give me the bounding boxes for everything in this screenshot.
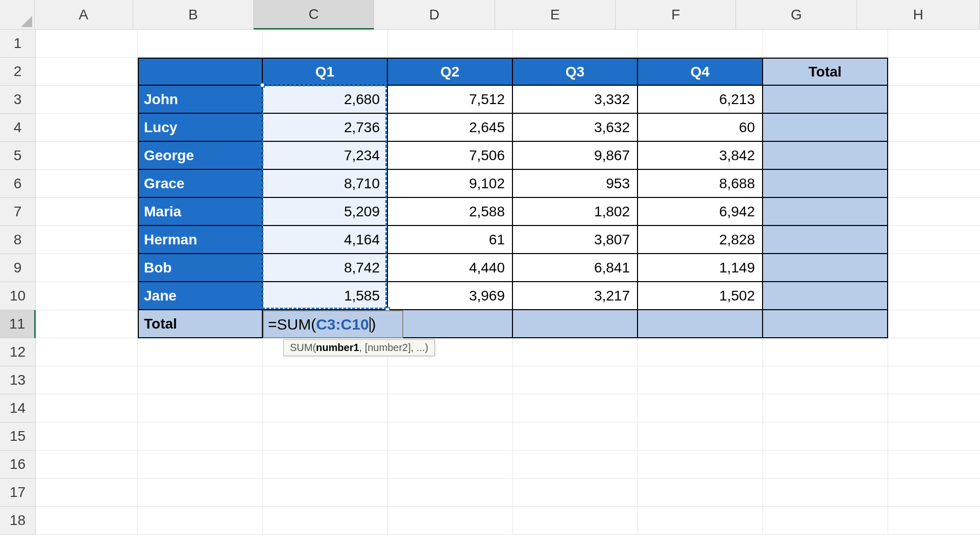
- col-header-C[interactable]: C: [254, 0, 374, 30]
- cell-A6[interactable]: [36, 170, 138, 198]
- cell-G14[interactable]: [763, 394, 888, 422]
- data-cell[interactable]: 7,506: [388, 142, 513, 170]
- row-name-George[interactable]: George: [138, 142, 263, 170]
- cell-G18[interactable]: [763, 507, 888, 535]
- cell-H3[interactable]: [888, 86, 980, 114]
- row-header-3[interactable]: 3: [0, 86, 36, 114]
- col-header-B[interactable]: B: [133, 0, 254, 30]
- row-total-cell[interactable]: [763, 254, 888, 282]
- col-header-E[interactable]: E: [495, 0, 616, 30]
- cell-A17[interactable]: [36, 479, 138, 507]
- total-row-label[interactable]: Total: [138, 310, 263, 338]
- cell-C16[interactable]: [263, 450, 388, 479]
- cell-A3[interactable]: [36, 86, 138, 114]
- cell-A11[interactable]: [36, 310, 138, 338]
- cell-H5[interactable]: [888, 142, 980, 170]
- data-cell[interactable]: 8,710: [263, 170, 388, 198]
- row-header-15[interactable]: 15: [0, 422, 36, 450]
- cell-A18[interactable]: [36, 507, 138, 535]
- col-header-D[interactable]: D: [374, 0, 495, 30]
- data-cell[interactable]: 60: [638, 114, 763, 142]
- cell-B13[interactable]: [138, 366, 263, 394]
- cell-G1[interactable]: [763, 30, 888, 58]
- row-name-John[interactable]: John: [138, 86, 263, 114]
- cell-B1[interactable]: [138, 30, 263, 58]
- cell-H10[interactable]: [888, 282, 980, 310]
- cell-A8[interactable]: [36, 226, 138, 254]
- data-cell[interactable]: 953: [513, 170, 638, 198]
- table-header-Q3[interactable]: Q3: [513, 58, 638, 86]
- row-header-9[interactable]: 9: [0, 254, 36, 282]
- cell-G15[interactable]: [763, 422, 888, 450]
- data-cell[interactable]: 2,736: [263, 114, 388, 142]
- row-header-2[interactable]: 2: [0, 58, 36, 86]
- cell-G13[interactable]: [763, 366, 888, 394]
- data-cell[interactable]: 9,867: [513, 142, 638, 170]
- cell-H4[interactable]: [888, 114, 980, 142]
- select-all-corner[interactable]: [0, 0, 35, 30]
- cell-A13[interactable]: [36, 366, 138, 394]
- row-total-cell[interactable]: [763, 282, 888, 310]
- table-header-Q1[interactable]: Q1: [263, 58, 388, 86]
- data-cell[interactable]: 5,209: [263, 198, 388, 226]
- cell-B17[interactable]: [138, 479, 263, 507]
- row-name-Grace[interactable]: Grace: [138, 170, 263, 198]
- row-name-Jane[interactable]: Jane: [138, 282, 263, 310]
- cell-A16[interactable]: [36, 450, 138, 479]
- row-header-13[interactable]: 13: [0, 366, 36, 394]
- data-cell[interactable]: 4,440: [388, 254, 513, 282]
- cell-G16[interactable]: [763, 450, 888, 479]
- cell-F15[interactable]: [638, 422, 763, 450]
- cell-D18[interactable]: [388, 507, 513, 535]
- row-header-16[interactable]: 16: [0, 450, 36, 479]
- cell-D1[interactable]: [388, 30, 513, 58]
- cell-A14[interactable]: [36, 394, 138, 422]
- data-cell[interactable]: 6,213: [638, 86, 763, 114]
- row-name-Bob[interactable]: Bob: [138, 254, 263, 282]
- cell-D16[interactable]: [388, 450, 513, 479]
- cell-B16[interactable]: [138, 450, 263, 479]
- table-header-Q2[interactable]: Q2: [388, 58, 513, 86]
- cell-H1[interactable]: [888, 30, 980, 58]
- cell-F1[interactable]: [638, 30, 763, 58]
- row-total-cell[interactable]: [763, 142, 888, 170]
- data-cell[interactable]: 8,688: [638, 170, 763, 198]
- row-header-11[interactable]: 11: [0, 310, 36, 338]
- data-cell[interactable]: 6,942: [638, 198, 763, 226]
- cell-D13[interactable]: [388, 366, 513, 394]
- cell-E18[interactable]: [513, 507, 638, 535]
- data-cell[interactable]: 2,588: [388, 198, 513, 226]
- total-row-cell[interactable]: [638, 310, 763, 338]
- data-cell[interactable]: 6,841: [513, 254, 638, 282]
- cell-B15[interactable]: [138, 422, 263, 450]
- data-cell[interactable]: 2,645: [388, 114, 513, 142]
- cell-A12[interactable]: [36, 338, 138, 366]
- row-header-14[interactable]: 14: [0, 394, 36, 422]
- data-cell[interactable]: 7,234: [263, 142, 388, 170]
- cell-E12[interactable]: [513, 338, 638, 366]
- cell-C1[interactable]: [263, 30, 388, 58]
- row-header-10[interactable]: 10: [0, 282, 36, 310]
- row-header-8[interactable]: 8: [0, 226, 36, 254]
- total-row-cell[interactable]: [513, 310, 638, 338]
- row-total-cell[interactable]: [763, 170, 888, 198]
- data-cell[interactable]: 8,742: [263, 254, 388, 282]
- cell-E14[interactable]: [513, 394, 638, 422]
- data-cell[interactable]: 3,969: [388, 282, 513, 310]
- cell-C14[interactable]: [263, 394, 388, 422]
- row-total-cell[interactable]: [763, 86, 888, 114]
- col-header-F[interactable]: F: [616, 0, 736, 30]
- cell-D17[interactable]: [388, 479, 513, 507]
- data-cell[interactable]: 9,102: [388, 170, 513, 198]
- data-cell[interactable]: 3,842: [638, 142, 763, 170]
- cell-G12[interactable]: [763, 338, 888, 366]
- cell-H11[interactable]: [888, 310, 980, 338]
- row-header-5[interactable]: 5: [0, 142, 36, 170]
- cell-A2[interactable]: [36, 58, 138, 86]
- row-header-1[interactable]: 1: [0, 30, 36, 58]
- cell-H2[interactable]: [888, 58, 980, 86]
- cell-A4[interactable]: [36, 114, 138, 142]
- col-header-G[interactable]: G: [736, 0, 856, 30]
- row-header-7[interactable]: 7: [0, 198, 36, 226]
- data-cell[interactable]: 1,585: [263, 282, 388, 310]
